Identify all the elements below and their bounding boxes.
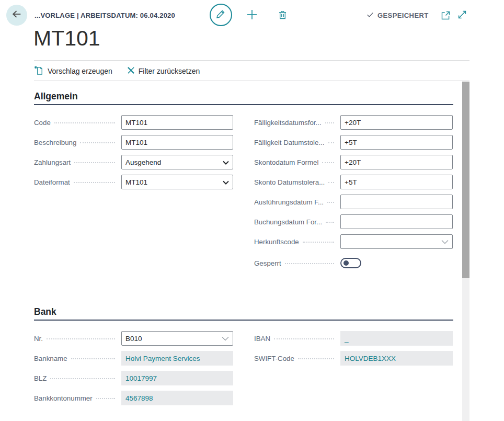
field-row-skontodatum-formel: Skontodatum Formel: [254, 155, 453, 169]
field-row-faelligkeitsdatumsformel: Fälligkeitsdatumsfor...: [254, 115, 453, 130]
expand-diagonal-icon: [456, 9, 468, 22]
beschreibung-input[interactable]: [121, 135, 233, 150]
dotted-leader: [96, 398, 115, 399]
action-bar: Vorschlag erzeugen Filter zurücksetzen: [34, 64, 200, 78]
field-label: IBAN: [254, 335, 270, 343]
reset-filter-button[interactable]: Filter zurücksetzen: [127, 66, 200, 76]
divider-top: [34, 60, 469, 61]
chevron-down-icon: [222, 334, 229, 343]
field-row-beschreibung: Beschreibung: [34, 135, 233, 150]
field-row-nr: Nr. B010: [34, 331, 233, 346]
field-label: Code: [34, 119, 51, 127]
field-label: Skontodatum Formel: [254, 158, 318, 166]
field-row-blz: BLZ 10017997: [34, 371, 233, 385]
bankname-value: Holvi Payment Services: [121, 351, 233, 366]
dotted-leader: [328, 142, 335, 143]
field-row-ausfuehrungsdatum-formel: Ausführungsdatum F...: [254, 195, 453, 209]
section-underline-allgemein: [34, 104, 453, 105]
saved-indicator: GESPEICHERT: [366, 10, 429, 20]
field-label: Nr.: [34, 335, 43, 343]
edit-button[interactable]: [210, 4, 232, 26]
select-value: MT101: [125, 178, 147, 186]
field-row-swift-code: SWIFT-Code HOLVDEB1XXX: [254, 351, 453, 366]
field-row-bankkontonummer: Bankkontonummer 4567898: [34, 391, 233, 405]
chevron-down-icon: [223, 177, 229, 187]
faelligkeit-datumstoleranz-input[interactable]: [340, 135, 453, 150]
arrow-left-icon: [11, 8, 22, 22]
create-suggestion-label: Vorschlag erzeugen: [48, 67, 112, 75]
dotted-leader: [326, 222, 334, 223]
field-label: Dateiformat: [34, 178, 70, 186]
select-value: B010: [125, 335, 142, 343]
field-row-skonto-datumstoleranz: Skonto Datumstolera...: [254, 175, 453, 189]
faelligkeitsdatumsformel-input[interactable]: [340, 115, 453, 130]
dotted-leader: [71, 358, 115, 359]
skontodatum-formel-input[interactable]: [340, 155, 453, 169]
chevron-down-icon: [223, 157, 229, 167]
herkunftscode-lookup[interactable]: [340, 234, 453, 249]
expand-button[interactable]: [455, 9, 469, 22]
dotted-leader: [322, 162, 334, 163]
field-label: BLZ: [34, 374, 47, 382]
bankkontonummer-value: 4567898: [121, 391, 233, 405]
clear-x-icon: [127, 66, 135, 76]
dotted-leader: [74, 182, 115, 183]
field-row-dateiformat: Dateiformat MT101: [34, 175, 233, 189]
code-input[interactable]: [121, 115, 233, 130]
new-document-asterisk-icon: [34, 65, 44, 77]
blz-value: 10017997: [121, 371, 233, 385]
dotted-leader: [328, 182, 334, 183]
iban-value: _: [340, 331, 453, 346]
field-label: Zahlungsart: [34, 158, 71, 166]
field-label: Bankkontonummer: [34, 394, 93, 402]
breadcrumb: ...VORLAGE | ARBEITSDATUM: 06.04.2020: [35, 12, 175, 19]
dotted-leader: [74, 162, 115, 163]
dateiformat-select[interactable]: MT101: [121, 175, 233, 189]
field-row-zahlungsart: Zahlungsart Ausgehend: [34, 155, 233, 169]
select-value: Ausgehend: [125, 158, 161, 166]
dotted-leader: [80, 142, 115, 143]
saved-label: GESPEICHERT: [377, 12, 429, 19]
gesperrt-toggle[interactable]: [340, 258, 361, 268]
add-button[interactable]: [245, 9, 259, 22]
plus-icon: [246, 8, 258, 23]
zahlungsart-select[interactable]: Ausgehend: [121, 155, 233, 169]
section-underline-bank: [34, 320, 453, 321]
field-label: Skonto Datumstolera...: [254, 178, 325, 186]
dotted-leader: [298, 358, 334, 359]
pencil-icon: [215, 8, 226, 21]
page: ...VORLAGE | ARBEITSDATUM: 06.04.2020: [0, 0, 504, 421]
checkmark-icon: [366, 10, 374, 20]
field-row-iban: IBAN _: [254, 331, 453, 346]
field-label: Beschreibung: [34, 139, 76, 146]
page-title: MT101: [33, 26, 100, 51]
field-label: SWIFT-Code: [254, 355, 294, 362]
swift-code-value: HOLVDEB1XXX: [340, 351, 453, 366]
delete-button[interactable]: [276, 9, 289, 22]
section-title-allgemein: Allgemein: [34, 91, 78, 102]
reset-filter-label: Filter zurücksetzen: [139, 67, 200, 75]
section-title-bank: Bank: [34, 306, 56, 317]
field-label: Fälligkeitsdatumsfor...: [254, 119, 322, 127]
dotted-leader: [54, 122, 115, 123]
toggle-knob: [343, 260, 349, 266]
open-in-window-button[interactable]: [439, 10, 452, 22]
dotted-leader: [50, 378, 115, 379]
field-row-code: Code: [34, 115, 233, 130]
divider-actionbar: [34, 81, 469, 81]
back-button[interactable]: [6, 5, 27, 26]
bank-nr-lookup[interactable]: B010: [121, 331, 233, 346]
ausfuehrungsdatum-formel-input[interactable]: [340, 195, 453, 209]
create-suggestion-button[interactable]: Vorschlag erzeugen: [34, 65, 112, 77]
field-label: Ausführungsdatum F...: [254, 198, 324, 206]
field-row-herkunftscode: Herkunftscode: [254, 234, 453, 249]
field-label: Buchungsdatum For...: [254, 218, 322, 226]
scrollbar-thumb[interactable]: [462, 82, 469, 278]
skonto-datumstoleranz-input[interactable]: [340, 175, 453, 189]
field-label: Fälligkeit Datumstole...: [254, 139, 325, 146]
field-label: Bankname: [34, 355, 67, 362]
chevron-down-icon: [441, 237, 449, 246]
field-row-bankname: Bankname Holvi Payment Services: [34, 351, 233, 366]
field-row-gesperrt: Gesperrt: [254, 256, 453, 270]
buchungsdatum-formel-input[interactable]: [340, 214, 453, 229]
